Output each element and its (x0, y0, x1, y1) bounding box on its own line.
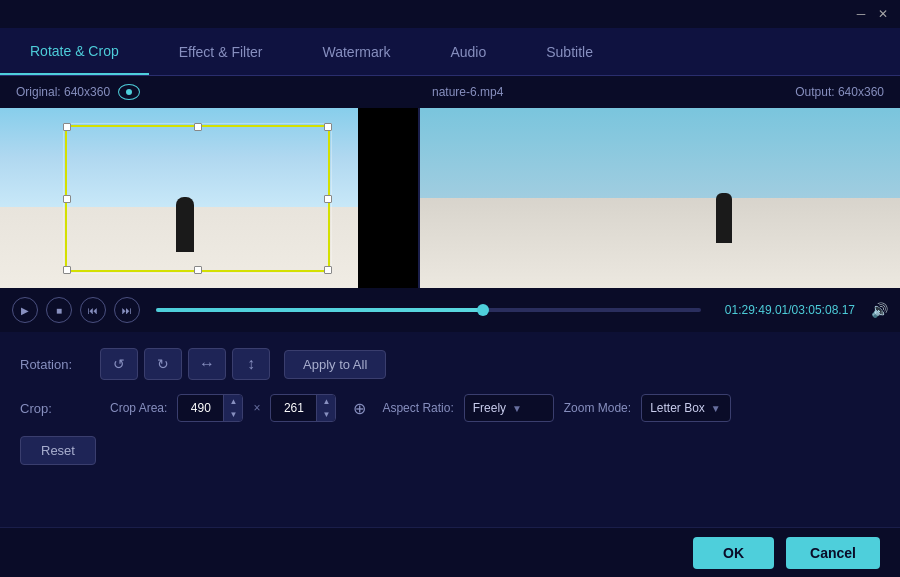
crop-handle-mr[interactable] (324, 195, 332, 203)
video-area (0, 108, 900, 288)
tab-audio[interactable]: Audio (420, 28, 516, 75)
next-button[interactable]: ⏭ (114, 297, 140, 323)
crop-overlay[interactable] (65, 125, 330, 272)
crop-height-input[interactable] (271, 401, 316, 415)
seek-fill (156, 308, 483, 312)
reset-button[interactable]: Reset (20, 436, 96, 465)
crop-label: Crop: (20, 401, 100, 416)
crop-height-down[interactable]: ▼ (317, 408, 335, 421)
title-bar: ─ ✕ (0, 0, 900, 28)
crop-area-label: Crop Area: (110, 401, 167, 415)
video-preview-original (0, 108, 420, 288)
crop-handle-tr[interactable] (324, 123, 332, 131)
ok-button[interactable]: OK (693, 537, 774, 569)
zoom-mode-label: Zoom Mode: (564, 401, 631, 415)
aspect-dropdown-arrow: ▼ (512, 403, 522, 414)
tab-subtitle[interactable]: Subtitle (516, 28, 623, 75)
close-button[interactable]: ✕ (874, 5, 892, 23)
rotate-right-button[interactable]: ↻ (144, 348, 182, 380)
stop-button[interactable]: ■ (46, 297, 72, 323)
crop-handle-tl[interactable] (63, 123, 71, 131)
tab-rotate-crop[interactable]: Rotate & Crop (0, 28, 149, 75)
cross-icon: × (253, 401, 260, 415)
zoom-mode-dropdown[interactable]: Letter Box ▼ (641, 394, 731, 422)
crop-height-input-wrap: ▲ ▼ (270, 394, 336, 422)
flip-vertical-button[interactable]: ↕ (232, 348, 270, 380)
crop-handle-br[interactable] (324, 266, 332, 274)
reset-row: Reset (20, 436, 880, 465)
crop-width-up[interactable]: ▲ (224, 395, 242, 408)
tab-effect-filter[interactable]: Effect & Filter (149, 28, 293, 75)
crop-handle-bm[interactable] (194, 266, 202, 274)
crop-row: Crop: Crop Area: ▲ ▼ × ▲ ▼ ⊕ Aspect Rati… (20, 394, 880, 422)
playback-bar: ▶ ■ ⏮ ⏭ 01:29:49.01/03:05:08.17 🔊 (0, 288, 900, 332)
center-icon[interactable]: ⊕ (346, 395, 372, 421)
crop-handle-bl[interactable] (63, 266, 71, 274)
minimize-button[interactable]: ─ (852, 5, 870, 23)
output-label: Output: 640x360 (795, 85, 884, 99)
time-display: 01:29:49.01/03:05:08.17 (725, 303, 855, 317)
aspect-ratio-dropdown[interactable]: Freely ▼ (464, 394, 554, 422)
flip-horizontal-button[interactable]: ↔ (188, 348, 226, 380)
play-button[interactable]: ▶ (12, 297, 38, 323)
bottom-bar: OK Cancel (0, 527, 900, 577)
rotate-left-button[interactable]: ↺ (100, 348, 138, 380)
zoom-dropdown-arrow: ▼ (711, 403, 721, 414)
crop-height-up[interactable]: ▲ (317, 395, 335, 408)
volume-icon[interactable]: 🔊 (871, 302, 888, 318)
rotation-buttons: ↺ ↻ ↔ ↕ (100, 348, 270, 380)
crop-width-down[interactable]: ▼ (224, 408, 242, 421)
aspect-ratio-label: Aspect Ratio: (382, 401, 453, 415)
cancel-button[interactable]: Cancel (786, 537, 880, 569)
prev-button[interactable]: ⏮ (80, 297, 106, 323)
rotation-row: Rotation: ↺ ↻ ↔ ↕ Apply to All (20, 348, 880, 380)
controls-area: Rotation: ↺ ↻ ↔ ↕ Apply to All Crop: Cro… (0, 332, 900, 481)
tab-watermark[interactable]: Watermark (293, 28, 421, 75)
header-bar: Original: 640x360 nature-6.mp4 Output: 6… (0, 76, 900, 108)
apply-to-all-button[interactable]: Apply to All (284, 350, 386, 379)
seek-thumb[interactable] (477, 304, 489, 316)
seek-bar[interactable] (156, 308, 701, 312)
eye-icon[interactable] (118, 84, 140, 100)
filename: nature-6.mp4 (432, 85, 503, 99)
rotation-label: Rotation: (20, 357, 100, 372)
tab-bar: Rotate & Crop Effect & Filter Watermark … (0, 28, 900, 76)
crop-width-input-wrap: ▲ ▼ (177, 394, 243, 422)
crop-width-input[interactable] (178, 401, 223, 415)
crop-handle-ml[interactable] (63, 195, 71, 203)
video-preview-output (420, 108, 900, 288)
original-label: Original: 640x360 (16, 85, 110, 99)
crop-handle-tm[interactable] (194, 123, 202, 131)
